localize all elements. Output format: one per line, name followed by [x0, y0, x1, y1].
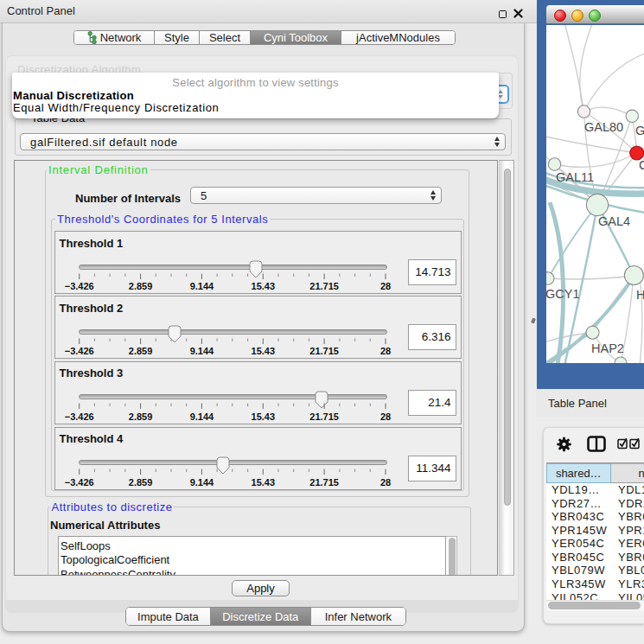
svg-text:HAP2: HAP2 [591, 341, 624, 355]
svg-text:GAL1: GAL1 [635, 124, 644, 137]
svg-text:GAL80: GAL80 [584, 120, 623, 134]
svg-text:HIS4: HIS4 [636, 288, 644, 302]
svg-text:GAL11: GAL11 [556, 170, 594, 184]
svg-text:GAL4: GAL4 [598, 214, 630, 228]
svg-text:GCY1: GCY1 [546, 287, 580, 301]
svg-text:CDC1: CDC1 [639, 158, 644, 172]
